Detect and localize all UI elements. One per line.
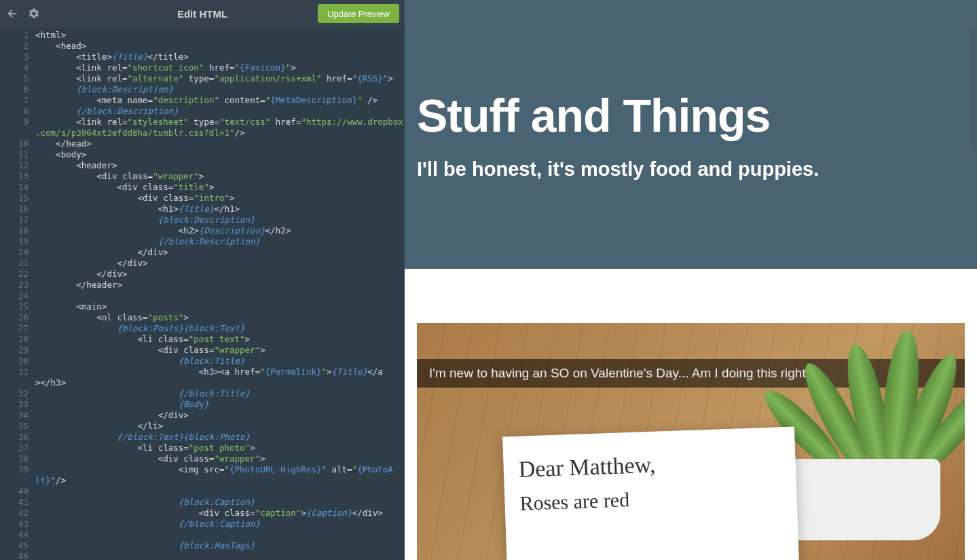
- handwritten-note: Dear Matthew, Roses are red: [502, 427, 800, 560]
- back-icon[interactable]: [5, 7, 19, 20]
- preview-pane: Stuff and Things I'll be honest, it's mo…: [405, 0, 977, 560]
- preview-header: Stuff and Things I'll be honest, it's mo…: [405, 0, 977, 269]
- line-gutter: 1234567891011121314151617181920212223242…: [0, 27, 33, 560]
- editor-scrollbar[interactable]: [970, 27, 977, 560]
- note-line: Roses are red: [519, 483, 782, 515]
- gear-icon[interactable]: [27, 7, 41, 20]
- post-image: I'm new to having an SO on Valentine's D…: [417, 323, 965, 560]
- preview-post: I'm new to having an SO on Valentine's D…: [405, 269, 977, 560]
- editor-toolbar: Edit HTML Update Preview: [0, 0, 405, 27]
- editor-pane: Edit HTML Update Preview 123456789101112…: [0, 0, 405, 560]
- blog-subtitle: I'll be honest, it's mostly food and pup…: [417, 158, 965, 181]
- blog-title: Stuff and Things: [417, 89, 965, 142]
- update-preview-button[interactable]: Update Preview: [318, 4, 399, 23]
- note-line: Dear Matthew,: [518, 447, 781, 482]
- post-caption: I'm new to having an SO on Valentine's D…: [417, 359, 965, 388]
- scrollbar-thumb[interactable]: [972, 27, 976, 149]
- code-area[interactable]: <html> <head> <title>{Title}</title> <li…: [33, 27, 405, 560]
- code-editor[interactable]: 1234567891011121314151617181920212223242…: [0, 27, 405, 560]
